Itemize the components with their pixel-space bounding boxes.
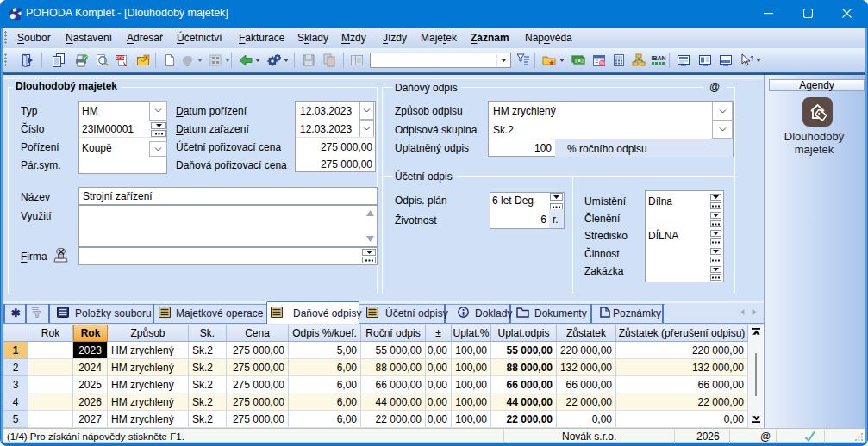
svg-text:IBAN: IBAN: [651, 55, 665, 61]
svg-text:%: %: [600, 60, 605, 65]
svg-text:PDF: PDF: [116, 55, 125, 60]
svg-text:?: ?: [750, 54, 753, 63]
